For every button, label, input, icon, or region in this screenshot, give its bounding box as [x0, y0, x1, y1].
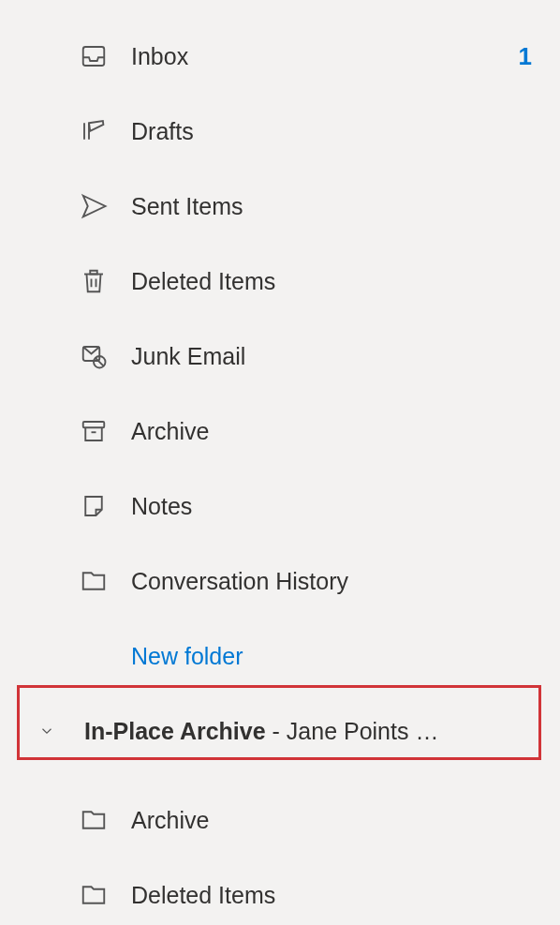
sent-icon — [80, 192, 108, 220]
folder-label: Conversation History — [131, 568, 532, 595]
folder-item-drafts[interactable]: Drafts — [0, 94, 560, 169]
folder-icon — [80, 881, 108, 909]
folder-label: Deleted Items — [131, 268, 532, 295]
folder-item-conversation-history[interactable]: Conversation History — [0, 544, 560, 619]
folder-icon — [80, 567, 108, 595]
svg-rect-3 — [83, 422, 105, 427]
archive-section-header[interactable]: In-Place Archive - Jane Points … — [0, 694, 560, 768]
new-folder-label: New folder — [131, 643, 243, 670]
folder-item-archive[interactable]: Archive — [0, 394, 560, 469]
folder-item-archive-archive[interactable]: Archive — [0, 783, 560, 858]
chevron-down-icon — [37, 722, 56, 740]
folder-label: Sent Items — [131, 193, 532, 220]
junk-icon — [80, 342, 108, 370]
archive-section-title: In-Place Archive - Jane Points … — [84, 718, 438, 745]
folder-label: Notes — [131, 493, 532, 520]
folder-label: Deleted Items — [131, 882, 532, 909]
folder-list: Inbox 1 Drafts Sent Items Deleted Items … — [0, 0, 560, 925]
trash-icon — [80, 267, 108, 295]
folder-icon — [80, 806, 108, 834]
svg-rect-0 — [83, 47, 105, 66]
drafts-icon — [80, 117, 108, 145]
folder-label: Junk Email — [131, 343, 532, 370]
archive-icon — [80, 417, 108, 445]
folder-item-archive-deleted[interactable]: Deleted Items — [0, 858, 560, 925]
folder-item-deleted[interactable]: Deleted Items — [0, 244, 560, 319]
folder-label: Archive — [131, 807, 532, 834]
notes-icon — [80, 492, 108, 520]
folder-item-notes[interactable]: Notes — [0, 469, 560, 544]
inbox-icon — [80, 42, 108, 70]
folder-item-junk[interactable]: Junk Email — [0, 319, 560, 394]
folder-label: Drafts — [131, 118, 532, 145]
archive-sub-folders: Archive Deleted Items — [0, 768, 560, 925]
folder-count: 1 — [519, 42, 532, 71]
folder-label: Inbox — [131, 43, 519, 70]
folder-item-inbox[interactable]: Inbox 1 — [0, 19, 560, 94]
folder-label: Archive — [131, 418, 532, 445]
new-folder-link[interactable]: New folder — [0, 619, 560, 694]
folder-item-sent[interactable]: Sent Items — [0, 169, 560, 244]
